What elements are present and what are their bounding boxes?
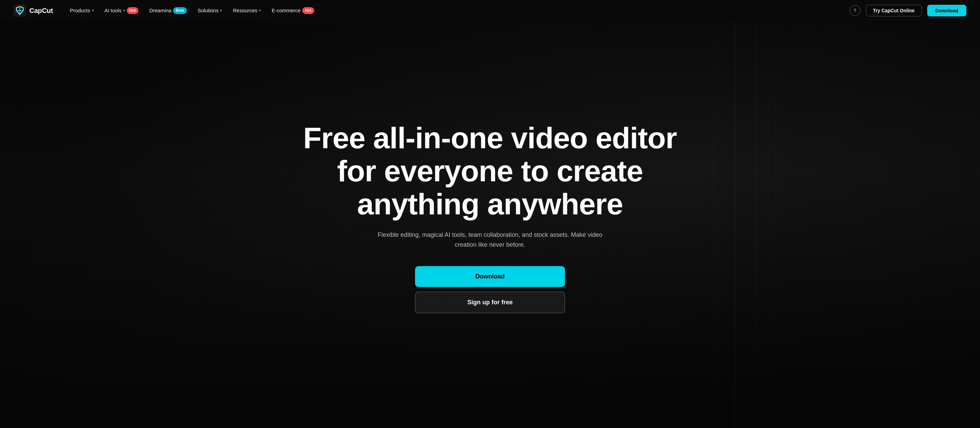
- nav-label-ai-tools: AI tools: [105, 8, 122, 13]
- nav-item-dreamina[interactable]: Dreamina Beta: [145, 5, 191, 16]
- nav-item-resources[interactable]: Resources ▾: [228, 5, 266, 15]
- download-nav-button[interactable]: Download: [927, 5, 966, 16]
- hero-download-button[interactable]: Download: [415, 266, 565, 287]
- nav-label-dreamina: Dreamina: [149, 8, 172, 13]
- logo-icon: [14, 5, 26, 17]
- ai-tools-badge: Hot: [127, 7, 138, 14]
- nav-label-resources: Resources: [233, 8, 257, 13]
- hero-signup-button[interactable]: Sign up for free: [415, 292, 565, 313]
- ecommerce-badge: Hot: [302, 7, 314, 14]
- hero-buttons: Download Sign up for free: [302, 266, 678, 313]
- nav-item-ai-tools[interactable]: AI tools ▾ Hot: [100, 5, 143, 16]
- logo-text: CapCut: [29, 7, 53, 15]
- chevron-down-icon: ▾: [123, 8, 125, 12]
- logo-link[interactable]: CapCut: [14, 5, 53, 17]
- nav-links: Products ▾ AI tools ▾ Hot Dreamina Beta …: [65, 5, 850, 16]
- nav-item-solutions[interactable]: Solutions ▾: [193, 5, 227, 15]
- hero-title: Free all-in-one video editor for everyon…: [302, 122, 678, 221]
- help-icon[interactable]: ?: [850, 5, 861, 16]
- chevron-down-icon: ▾: [220, 8, 222, 12]
- hero-content: Free all-in-one video editor for everyon…: [302, 122, 678, 313]
- hero-subtitle: Flexible editing, magical AI tools, team…: [374, 230, 606, 250]
- hero-section: Free all-in-one video editor for everyon…: [0, 0, 980, 428]
- dreamina-badge: Beta: [173, 7, 187, 14]
- nav-label-ecommerce: E-commerce: [272, 8, 301, 13]
- nav-item-ecommerce[interactable]: E-commerce Hot: [267, 5, 318, 16]
- navbar: CapCut Products ▾ AI tools ▾ Hot Dreamin…: [0, 0, 980, 21]
- chevron-down-icon: ▾: [92, 8, 94, 12]
- nav-item-products[interactable]: Products ▾: [65, 5, 98, 15]
- nav-label-solutions: Solutions: [197, 8, 219, 13]
- chevron-down-icon: ▾: [259, 8, 261, 12]
- try-online-button[interactable]: Try CapCut Online: [866, 5, 922, 16]
- nav-right: ? Try CapCut Online Download: [850, 5, 966, 16]
- nav-label-products: Products: [70, 8, 90, 13]
